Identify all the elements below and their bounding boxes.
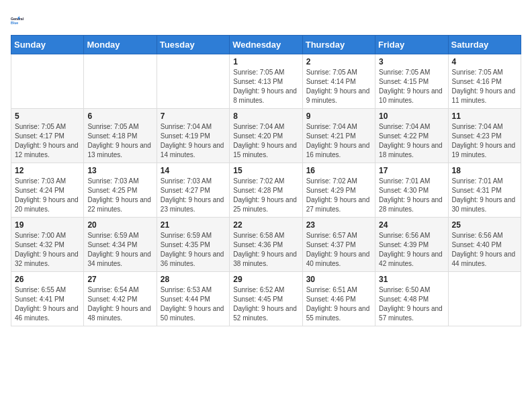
day-number: 20 [87,220,152,230]
day-number: 15 [233,166,298,175]
day-info: Sunrise: 7:05 AMSunset: 4:16 PMDaylight:… [452,68,517,105]
day-cell: 2Sunrise: 7:05 AMSunset: 4:14 PMDaylight… [302,54,375,109]
day-info: Sunrise: 7:04 AMSunset: 4:19 PMDaylight:… [161,122,226,160]
day-cell: 21Sunrise: 6:59 AMSunset: 4:35 PMDayligh… [157,218,229,272]
day-cell: 14Sunrise: 7:03 AMSunset: 4:27 PMDayligh… [157,163,229,218]
day-number: 1 [233,57,298,66]
day-header-sunday: Sunday [11,36,84,54]
day-cell: 23Sunrise: 6:57 AMSunset: 4:37 PMDayligh… [302,218,375,272]
day-cell: 31Sunrise: 6:50 AMSunset: 4:48 PMDayligh… [375,272,448,326]
day-info: Sunrise: 6:55 AMSunset: 4:41 PMDaylight:… [15,285,80,323]
day-cell: 5Sunrise: 7:05 AMSunset: 4:17 PMDaylight… [11,109,84,163]
day-info: Sunrise: 6:56 AMSunset: 4:39 PMDaylight:… [379,231,444,269]
day-info: Sunrise: 6:59 AMSunset: 4:35 PMDaylight:… [161,231,226,269]
day-cell: 3Sunrise: 7:05 AMSunset: 4:15 PMDaylight… [375,54,448,109]
day-number: 24 [379,220,444,230]
day-number: 31 [379,275,444,284]
day-header-saturday: Saturday [448,36,521,54]
day-info: Sunrise: 7:05 AMSunset: 4:13 PMDaylight:… [233,68,298,105]
day-cell: 13Sunrise: 7:03 AMSunset: 4:25 PMDayligh… [84,163,157,218]
day-info: Sunrise: 7:04 AMSunset: 4:20 PMDaylight:… [233,122,298,160]
day-number: 10 [379,111,444,121]
day-cell: 30Sunrise: 6:51 AMSunset: 4:46 PMDayligh… [302,272,375,326]
day-cell: 18Sunrise: 7:01 AMSunset: 4:31 PMDayligh… [448,163,521,218]
day-info: Sunrise: 6:59 AMSunset: 4:34 PMDaylight:… [87,231,152,269]
day-info: Sunrise: 7:00 AMSunset: 4:32 PMDaylight:… [15,231,80,269]
day-info: Sunrise: 7:03 AMSunset: 4:24 PMDaylight:… [15,177,80,214]
day-cell: 16Sunrise: 7:02 AMSunset: 4:29 PMDayligh… [302,163,375,218]
week-row-5: 26Sunrise: 6:55 AMSunset: 4:41 PMDayligh… [11,272,521,326]
day-info: Sunrise: 7:05 AMSunset: 4:14 PMDaylight:… [306,68,371,105]
day-number: 6 [87,111,152,121]
day-number: 9 [306,111,371,121]
svg-text:General: General [11,17,24,21]
day-number: 7 [161,111,226,121]
day-header-friday: Friday [375,36,448,54]
day-cell: 20Sunrise: 6:59 AMSunset: 4:34 PMDayligh… [84,218,157,272]
day-cell: 11Sunrise: 7:04 AMSunset: 4:23 PMDayligh… [448,109,521,163]
day-number: 3 [379,57,444,66]
day-info: Sunrise: 7:04 AMSunset: 4:22 PMDaylight:… [379,122,444,160]
day-number: 30 [306,275,371,284]
day-cell: 27Sunrise: 6:54 AMSunset: 4:42 PMDayligh… [84,272,157,326]
day-info: Sunrise: 6:51 AMSunset: 4:46 PMDaylight:… [306,285,371,323]
day-info: Sunrise: 7:03 AMSunset: 4:25 PMDaylight:… [87,177,152,214]
day-info: Sunrise: 6:56 AMSunset: 4:40 PMDaylight:… [452,231,517,269]
day-cell: 19Sunrise: 7:00 AMSunset: 4:32 PMDayligh… [11,218,84,272]
day-header-tuesday: Tuesday [157,36,229,54]
day-cell: 7Sunrise: 7:04 AMSunset: 4:19 PMDaylight… [157,109,229,163]
day-number: 28 [161,275,226,284]
week-row-1: 1Sunrise: 7:05 AMSunset: 4:13 PMDaylight… [11,54,521,109]
day-cell: 29Sunrise: 6:52 AMSunset: 4:45 PMDayligh… [230,272,302,326]
day-cell: 28Sunrise: 6:53 AMSunset: 4:44 PMDayligh… [157,272,229,326]
day-cell: 4Sunrise: 7:05 AMSunset: 4:16 PMDaylight… [448,54,521,109]
day-cell: 10Sunrise: 7:04 AMSunset: 4:22 PMDayligh… [375,109,448,163]
day-info: Sunrise: 6:54 AMSunset: 4:42 PMDaylight:… [87,285,152,323]
day-info: Sunrise: 6:53 AMSunset: 4:44 PMDaylight:… [161,285,226,323]
day-number: 25 [452,220,517,230]
day-info: Sunrise: 6:58 AMSunset: 4:36 PMDaylight:… [233,231,298,269]
days-header-row: SundayMondayTuesdayWednesdayThursdayFrid… [11,36,521,54]
week-row-2: 5Sunrise: 7:05 AMSunset: 4:17 PMDaylight… [11,109,521,163]
day-number: 18 [452,166,517,175]
day-header-wednesday: Wednesday [230,36,302,54]
day-info: Sunrise: 6:57 AMSunset: 4:37 PMDaylight:… [306,231,371,269]
day-cell: 9Sunrise: 7:04 AMSunset: 4:21 PMDaylight… [302,109,375,163]
day-number: 13 [87,166,152,175]
day-number: 22 [233,220,298,230]
day-info: Sunrise: 7:04 AMSunset: 4:23 PMDaylight:… [452,122,517,160]
day-number: 4 [452,57,517,66]
day-number: 29 [233,275,298,284]
day-number: 5 [15,111,80,121]
day-info: Sunrise: 6:52 AMSunset: 4:45 PMDaylight:… [233,285,298,323]
day-info: Sunrise: 6:50 AMSunset: 4:48 PMDaylight:… [379,285,444,323]
day-cell: 8Sunrise: 7:04 AMSunset: 4:20 PMDaylight… [230,109,302,163]
day-number: 21 [161,220,226,230]
week-row-3: 12Sunrise: 7:03 AMSunset: 4:24 PMDayligh… [11,163,521,218]
svg-text:Blue: Blue [11,21,18,25]
day-info: Sunrise: 7:04 AMSunset: 4:21 PMDaylight:… [306,122,371,160]
day-header-thursday: Thursday [302,36,375,54]
day-cell: 22Sunrise: 6:58 AMSunset: 4:36 PMDayligh… [230,218,302,272]
day-cell: 24Sunrise: 6:56 AMSunset: 4:39 PMDayligh… [375,218,448,272]
day-cell: 25Sunrise: 6:56 AMSunset: 4:40 PMDayligh… [448,218,521,272]
day-cell: 1Sunrise: 7:05 AMSunset: 4:13 PMDaylight… [230,54,302,109]
day-cell: 12Sunrise: 7:03 AMSunset: 4:24 PMDayligh… [11,163,84,218]
day-number: 26 [15,275,80,284]
day-cell: 17Sunrise: 7:01 AMSunset: 4:30 PMDayligh… [375,163,448,218]
day-info: Sunrise: 7:02 AMSunset: 4:29 PMDaylight:… [306,177,371,214]
day-info: Sunrise: 7:05 AMSunset: 4:17 PMDaylight:… [15,122,80,160]
day-number: 16 [306,166,371,175]
day-header-monday: Monday [84,36,157,54]
day-cell [157,54,229,109]
day-number: 27 [87,275,152,284]
day-number: 12 [15,166,80,175]
day-cell: 15Sunrise: 7:02 AMSunset: 4:28 PMDayligh… [230,163,302,218]
day-info: Sunrise: 7:03 AMSunset: 4:27 PMDaylight:… [161,177,226,214]
day-info: Sunrise: 7:01 AMSunset: 4:31 PMDaylight:… [452,177,517,214]
day-info: Sunrise: 7:01 AMSunset: 4:30 PMDaylight:… [379,177,444,214]
day-cell [448,272,521,326]
day-info: Sunrise: 7:05 AMSunset: 4:15 PMDaylight:… [379,68,444,105]
day-cell [84,54,157,109]
week-row-4: 19Sunrise: 7:00 AMSunset: 4:32 PMDayligh… [11,218,521,272]
